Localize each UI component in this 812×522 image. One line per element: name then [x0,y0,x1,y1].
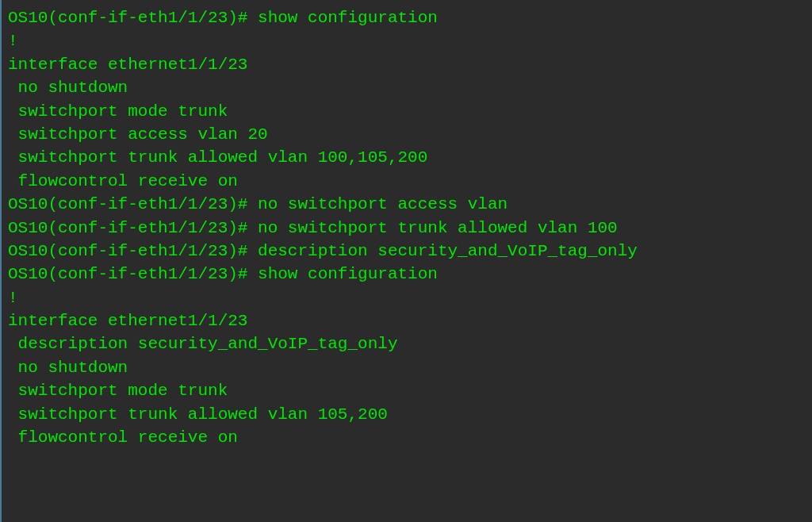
terminal-line: no shutdown [5,356,809,379]
terminal-line: switchport mode trunk [5,100,809,123]
terminal-line: flowcontrol receive on [5,170,809,193]
terminal-line: switchport trunk allowed vlan 105,200 [5,403,809,426]
terminal-line: ! [5,286,809,309]
terminal-line: interface ethernet1/1/23 [5,53,809,76]
terminal-line: OS10(conf-if-eth1/1/23)# description sec… [5,240,809,263]
terminal-line: OS10(conf-if-eth1/1/23)# no switchport a… [5,193,809,216]
terminal-line: interface ethernet1/1/23 [5,309,809,332]
terminal-line: description security_and_VoIP_tag_only [5,332,809,355]
terminal-line: switchport access vlan 20 [5,123,809,146]
terminal-line: no shutdown [5,76,809,99]
terminal-output[interactable]: OS10(conf-if-eth1/1/23)# show configurat… [5,6,809,449]
terminal-line: OS10(conf-if-eth1/1/23)# no switchport t… [5,217,809,240]
terminal-line: OS10(conf-if-eth1/1/23)# show configurat… [5,263,809,286]
terminal-line: switchport trunk allowed vlan 100,105,20… [5,146,809,169]
terminal-line: OS10(conf-if-eth1/1/23)# show configurat… [5,6,809,29]
terminal-line: ! [5,29,809,52]
terminal-line: switchport mode trunk [5,379,809,402]
terminal-line: flowcontrol receive on [5,426,809,449]
